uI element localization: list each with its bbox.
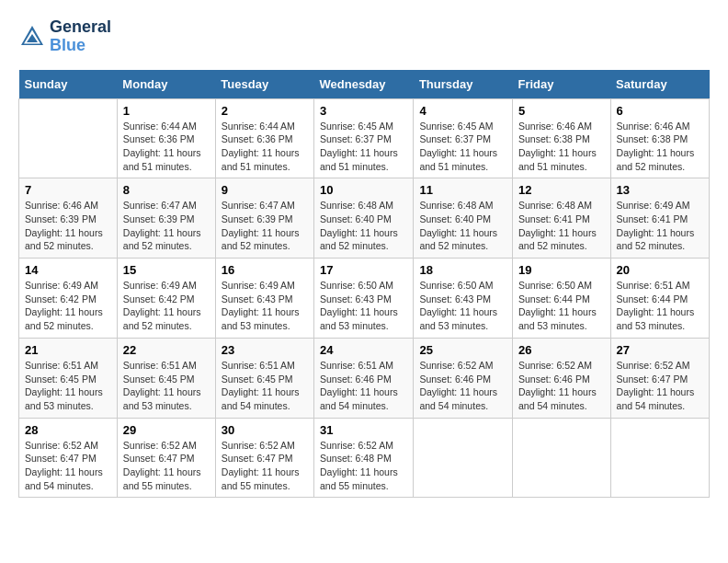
weekday-header-wednesday: Wednesday [314, 70, 414, 99]
day-info: Sunrise: 6:48 AM Sunset: 6:40 PM Dayligh… [419, 199, 506, 253]
logo-icon [18, 23, 46, 51]
day-info: Sunrise: 6:51 AM Sunset: 6:45 PM Dayligh… [25, 359, 111, 413]
calendar-cell: 17Sunrise: 6:50 AM Sunset: 6:43 PM Dayli… [314, 259, 414, 339]
day-info: Sunrise: 6:51 AM Sunset: 6:46 PM Dayligh… [320, 359, 407, 413]
day-number: 20 [617, 263, 703, 277]
calendar-cell: 19Sunrise: 6:50 AM Sunset: 6:44 PM Dayli… [513, 259, 611, 339]
calendar-week-row: 28Sunrise: 6:52 AM Sunset: 6:47 PM Dayli… [19, 418, 710, 498]
calendar-cell: 28Sunrise: 6:52 AM Sunset: 6:47 PM Dayli… [19, 418, 118, 498]
calendar-cell: 2Sunrise: 6:44 AM Sunset: 6:36 PM Daylig… [215, 98, 313, 178]
logo-text: General Blue [50, 18, 111, 55]
day-info: Sunrise: 6:51 AM Sunset: 6:44 PM Dayligh… [617, 279, 703, 333]
calendar-cell: 7Sunrise: 6:46 AM Sunset: 6:39 PM Daylig… [19, 178, 118, 259]
day-number: 7 [25, 183, 111, 197]
calendar-cell: 15Sunrise: 6:49 AM Sunset: 6:42 PM Dayli… [117, 259, 215, 339]
day-number: 18 [419, 263, 506, 277]
day-number: 13 [617, 183, 703, 197]
calendar-cell: 22Sunrise: 6:51 AM Sunset: 6:45 PM Dayli… [117, 338, 215, 418]
day-info: Sunrise: 6:47 AM Sunset: 6:39 PM Dayligh… [123, 199, 210, 253]
day-number: 28 [25, 423, 111, 437]
calendar-cell [610, 418, 709, 498]
calendar-body: 1Sunrise: 6:44 AM Sunset: 6:36 PM Daylig… [19, 98, 710, 498]
calendar-week-row: 7Sunrise: 6:46 AM Sunset: 6:39 PM Daylig… [19, 178, 710, 259]
day-info: Sunrise: 6:46 AM Sunset: 6:38 PM Dayligh… [617, 120, 703, 174]
day-info: Sunrise: 6:52 AM Sunset: 6:48 PM Dayligh… [320, 439, 407, 493]
day-info: Sunrise: 6:49 AM Sunset: 6:42 PM Dayligh… [25, 279, 111, 333]
day-number: 30 [222, 423, 308, 437]
day-info: Sunrise: 6:50 AM Sunset: 6:43 PM Dayligh… [419, 279, 506, 333]
day-number: 25 [419, 343, 506, 357]
day-number: 31 [320, 423, 407, 437]
calendar-table: SundayMondayTuesdayWednesdayThursdayFrid… [18, 70, 710, 499]
day-info: Sunrise: 6:46 AM Sunset: 6:38 PM Dayligh… [518, 120, 605, 174]
day-number: 19 [518, 263, 605, 277]
calendar-cell: 13Sunrise: 6:49 AM Sunset: 6:41 PM Dayli… [610, 178, 709, 259]
calendar-cell: 29Sunrise: 6:52 AM Sunset: 6:47 PM Dayli… [117, 418, 215, 498]
calendar-cell: 1Sunrise: 6:44 AM Sunset: 6:36 PM Daylig… [117, 98, 215, 178]
day-info: Sunrise: 6:45 AM Sunset: 6:37 PM Dayligh… [320, 120, 407, 174]
day-info: Sunrise: 6:48 AM Sunset: 6:41 PM Dayligh… [518, 199, 605, 253]
day-info: Sunrise: 6:52 AM Sunset: 6:46 PM Dayligh… [518, 359, 605, 413]
weekday-header-sunday: Sunday [19, 70, 118, 99]
calendar-header: SundayMondayTuesdayWednesdayThursdayFrid… [19, 70, 710, 99]
calendar-cell: 23Sunrise: 6:51 AM Sunset: 6:45 PM Dayli… [215, 338, 313, 418]
day-info: Sunrise: 6:44 AM Sunset: 6:36 PM Dayligh… [123, 120, 210, 174]
day-number: 3 [320, 104, 407, 118]
calendar-cell: 26Sunrise: 6:52 AM Sunset: 6:46 PM Dayli… [513, 338, 611, 418]
day-info: Sunrise: 6:47 AM Sunset: 6:39 PM Dayligh… [222, 199, 308, 253]
day-info: Sunrise: 6:51 AM Sunset: 6:45 PM Dayligh… [123, 359, 210, 413]
day-info: Sunrise: 6:50 AM Sunset: 6:44 PM Dayligh… [518, 279, 605, 333]
calendar-cell: 10Sunrise: 6:48 AM Sunset: 6:40 PM Dayli… [314, 178, 414, 259]
calendar-cell: 12Sunrise: 6:48 AM Sunset: 6:41 PM Dayli… [513, 178, 611, 259]
day-number: 24 [320, 343, 407, 357]
day-number: 15 [123, 263, 210, 277]
calendar-cell: 5Sunrise: 6:46 AM Sunset: 6:38 PM Daylig… [513, 98, 611, 178]
calendar-cell: 31Sunrise: 6:52 AM Sunset: 6:48 PM Dayli… [314, 418, 414, 498]
calendar-cell: 30Sunrise: 6:52 AM Sunset: 6:47 PM Dayli… [215, 418, 313, 498]
calendar-cell: 8Sunrise: 6:47 AM Sunset: 6:39 PM Daylig… [117, 178, 215, 259]
day-number: 26 [518, 343, 605, 357]
day-number: 22 [123, 343, 210, 357]
weekday-header-tuesday: Tuesday [215, 70, 313, 99]
day-number: 14 [25, 263, 111, 277]
day-number: 2 [222, 104, 308, 118]
day-number: 8 [123, 183, 210, 197]
day-number: 16 [222, 263, 308, 277]
day-number: 29 [123, 423, 210, 437]
logo: General Blue [18, 18, 111, 55]
day-info: Sunrise: 6:49 AM Sunset: 6:42 PM Dayligh… [123, 279, 210, 333]
calendar-cell [513, 418, 611, 498]
calendar-cell: 4Sunrise: 6:45 AM Sunset: 6:37 PM Daylig… [414, 98, 513, 178]
day-number: 21 [25, 343, 111, 357]
day-info: Sunrise: 6:52 AM Sunset: 6:47 PM Dayligh… [617, 359, 703, 413]
day-info: Sunrise: 6:52 AM Sunset: 6:47 PM Dayligh… [25, 439, 111, 493]
day-number: 6 [617, 104, 703, 118]
day-info: Sunrise: 6:46 AM Sunset: 6:39 PM Dayligh… [25, 199, 111, 253]
day-info: Sunrise: 6:44 AM Sunset: 6:36 PM Dayligh… [222, 120, 308, 174]
day-number: 1 [123, 104, 210, 118]
weekday-header-monday: Monday [117, 70, 215, 99]
day-info: Sunrise: 6:51 AM Sunset: 6:45 PM Dayligh… [222, 359, 308, 413]
day-info: Sunrise: 6:48 AM Sunset: 6:40 PM Dayligh… [320, 199, 407, 253]
calendar-cell: 25Sunrise: 6:52 AM Sunset: 6:46 PM Dayli… [414, 338, 513, 418]
calendar-week-row: 21Sunrise: 6:51 AM Sunset: 6:45 PM Dayli… [19, 338, 710, 418]
calendar-cell: 21Sunrise: 6:51 AM Sunset: 6:45 PM Dayli… [19, 338, 118, 418]
calendar-cell: 6Sunrise: 6:46 AM Sunset: 6:38 PM Daylig… [610, 98, 709, 178]
day-number: 23 [222, 343, 308, 357]
calendar-cell: 11Sunrise: 6:48 AM Sunset: 6:40 PM Dayli… [414, 178, 513, 259]
weekday-header-thursday: Thursday [414, 70, 513, 99]
day-info: Sunrise: 6:52 AM Sunset: 6:46 PM Dayligh… [419, 359, 506, 413]
day-number: 4 [419, 104, 506, 118]
day-info: Sunrise: 6:49 AM Sunset: 6:41 PM Dayligh… [617, 199, 703, 253]
day-info: Sunrise: 6:52 AM Sunset: 6:47 PM Dayligh… [123, 439, 210, 493]
day-info: Sunrise: 6:45 AM Sunset: 6:37 PM Dayligh… [419, 120, 506, 174]
day-number: 12 [518, 183, 605, 197]
weekday-header-saturday: Saturday [610, 70, 709, 99]
calendar-cell: 9Sunrise: 6:47 AM Sunset: 6:39 PM Daylig… [215, 178, 313, 259]
calendar-cell: 14Sunrise: 6:49 AM Sunset: 6:42 PM Dayli… [19, 259, 118, 339]
weekday-header-friday: Friday [513, 70, 611, 99]
day-info: Sunrise: 6:52 AM Sunset: 6:47 PM Dayligh… [222, 439, 308, 493]
calendar-cell: 24Sunrise: 6:51 AM Sunset: 6:46 PM Dayli… [314, 338, 414, 418]
page-header: General Blue [18, 18, 710, 55]
day-number: 11 [419, 183, 506, 197]
